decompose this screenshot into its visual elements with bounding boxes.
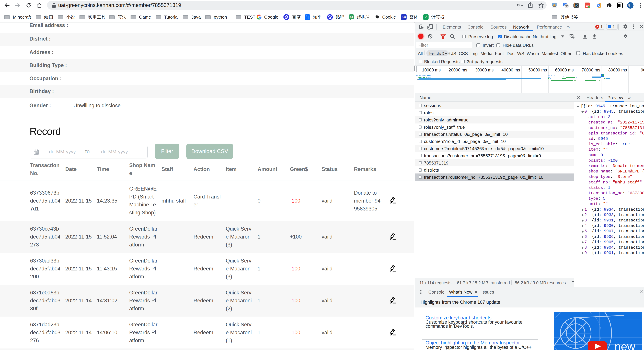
- svg-text:SMS: SMS: [350, 16, 353, 18]
- svg-text:new: new: [614, 340, 636, 350]
- svg-text:文: 文: [565, 5, 568, 7]
- svg-text:du: du: [285, 17, 287, 19]
- svg-text:du: du: [329, 17, 331, 19]
